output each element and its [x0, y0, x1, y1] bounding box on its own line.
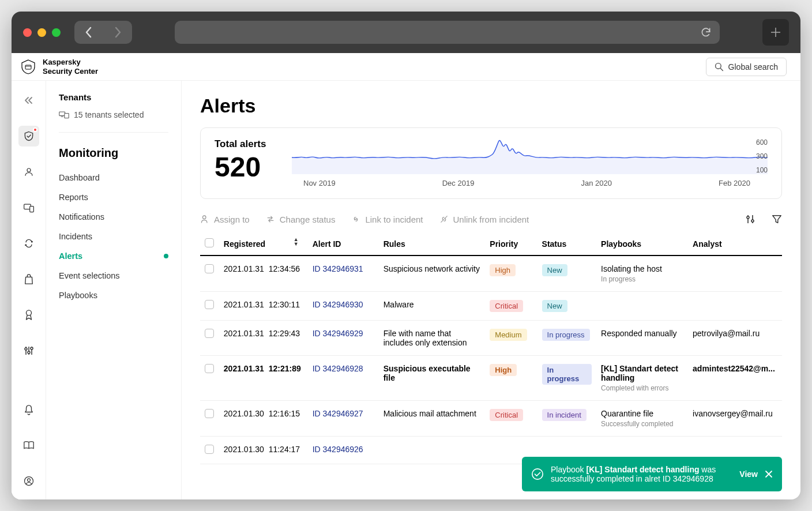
- change-status-button[interactable]: Change status: [266, 215, 336, 224]
- minimize-window-button[interactable]: [37, 28, 46, 37]
- svg-line-3: [720, 68, 723, 70]
- collapse-sidebar-button[interactable]: [18, 90, 39, 111]
- status-badge: In incident: [542, 409, 587, 421]
- row-checkbox[interactable]: [205, 364, 214, 373]
- assign-to-button[interactable]: Assign to: [200, 215, 250, 224]
- nav-item-event-selections[interactable]: Event selections: [59, 266, 168, 285]
- unlink-from-incident-button[interactable]: Unlink from incident: [439, 215, 529, 224]
- alert-id-link[interactable]: ID 342946928: [313, 364, 363, 373]
- maximize-window-button[interactable]: [52, 28, 61, 37]
- icon-rail: [12, 81, 46, 499]
- select-all-checkbox[interactable]: [205, 238, 214, 247]
- success-toast: Playbook [KL] Standart detect handling w…: [522, 457, 782, 491]
- link-to-incident-button[interactable]: Link to incident: [351, 215, 423, 224]
- rail-shield[interactable]: [18, 126, 39, 146]
- cell-registered: 2021.01.30 11:24:17: [219, 437, 308, 464]
- rail-award[interactable]: [18, 305, 39, 325]
- svg-rect-6: [29, 206, 33, 212]
- change-icon: [266, 215, 275, 224]
- table-row[interactable]: 2021.01.31 12:29:43ID 342946929File with…: [200, 321, 782, 356]
- svg-point-24: [747, 216, 749, 219]
- url-bar[interactable]: [175, 21, 720, 44]
- rail-sliders[interactable]: [18, 340, 39, 361]
- nav-item-incidents[interactable]: Incidents: [59, 227, 168, 246]
- svg-point-2: [715, 63, 721, 69]
- rail-user[interactable]: [18, 161, 39, 182]
- toast-text: Playbook [KL] Standart detect handling w…: [551, 465, 732, 483]
- sparkline-chart: [292, 138, 768, 174]
- settings-button[interactable]: [745, 214, 755, 224]
- row-checkbox[interactable]: [205, 264, 214, 273]
- playbook-name: Responded manually: [601, 329, 683, 338]
- table-toolbar: Assign to Change status Link to incident…: [200, 214, 782, 224]
- brand-text: Kaspersky Security Center: [43, 58, 98, 76]
- row-checkbox[interactable]: [205, 329, 214, 338]
- nav-item-playbooks[interactable]: Playbooks: [59, 285, 168, 305]
- toast-close-button[interactable]: [765, 470, 773, 478]
- priority-badge: Critical: [490, 300, 523, 312]
- row-checkbox[interactable]: [205, 300, 214, 309]
- award-icon: [24, 309, 34, 321]
- table-row[interactable]: 2021.01.30 12:16:15ID 342946927Malicious…: [200, 401, 782, 437]
- col-alert-id[interactable]: Alert ID: [308, 232, 379, 256]
- svg-point-11: [25, 348, 27, 350]
- rail-bell[interactable]: [18, 399, 39, 420]
- cell-analyst: ivanovsergey@mail.ru: [688, 401, 782, 437]
- row-checkbox[interactable]: [205, 445, 214, 454]
- rail-loop[interactable]: [18, 233, 39, 254]
- rail-account[interactable]: [18, 471, 39, 491]
- forward-button[interactable]: [103, 21, 132, 44]
- alert-id-link[interactable]: ID 342946927: [313, 409, 363, 418]
- alerts-table: Registered▲▼ Alert ID Rules Priority Sta…: [200, 232, 782, 464]
- cell-analyst: [688, 292, 782, 321]
- alert-id-link[interactable]: ID 342946931: [313, 264, 363, 273]
- nav-item-notifications[interactable]: Notifications: [59, 207, 168, 227]
- col-playbooks[interactable]: Playbooks: [596, 232, 688, 256]
- global-search-button[interactable]: Global search: [706, 58, 787, 76]
- rail-bag[interactable]: [18, 269, 39, 290]
- tenants-selected-row[interactable]: 15 tenants selected: [59, 110, 168, 133]
- col-priority[interactable]: Priority: [485, 232, 537, 256]
- alert-id-link[interactable]: ID 342946926: [313, 445, 363, 454]
- svg-rect-20: [65, 114, 69, 118]
- total-column: Total alerts 520: [215, 138, 278, 181]
- nav-item-reports[interactable]: Reports: [59, 187, 168, 207]
- filter-button[interactable]: [772, 214, 782, 224]
- chevron-right-icon: [114, 27, 122, 38]
- loop-icon: [23, 238, 35, 249]
- back-button[interactable]: [74, 21, 103, 44]
- cell-registered: 2021.01.31 12:34:56: [219, 256, 308, 292]
- brand-line2: Security Center: [43, 67, 98, 76]
- nav-item-alerts[interactable]: Alerts: [59, 246, 168, 266]
- alert-id-link[interactable]: ID 342946929: [313, 329, 363, 338]
- cell-registered: 2021.01.31 12:30:11: [219, 292, 308, 321]
- svg-point-17: [27, 479, 30, 482]
- table-row[interactable]: 2021.01.31 12:34:56ID 342946931Suspiciou…: [200, 256, 782, 292]
- browser-chrome: [12, 12, 800, 53]
- chart-x-ticks: Nov 2019 Dec 2019 Jan 2020 Feb 2020: [292, 174, 768, 187]
- row-checkbox[interactable]: [205, 409, 214, 418]
- alert-id-link[interactable]: ID 342946930: [313, 300, 363, 309]
- table-row[interactable]: 2021.01.31 12:21:89ID 342946928Suspiciou…: [200, 356, 782, 401]
- app-header: Kaspersky Security Center Global search: [12, 53, 800, 81]
- col-status[interactable]: Status: [537, 232, 597, 256]
- col-analyst[interactable]: Analyst: [688, 232, 782, 256]
- rail-devices[interactable]: [18, 197, 39, 218]
- new-tab-button[interactable]: [762, 19, 789, 46]
- svg-point-4: [27, 168, 31, 172]
- nav-buttons: [74, 21, 132, 44]
- reload-icon[interactable]: [700, 27, 712, 38]
- cell-rule: [379, 437, 486, 464]
- priority-badge: Critical: [490, 409, 523, 421]
- account-icon: [23, 475, 35, 487]
- close-window-button[interactable]: [23, 28, 32, 37]
- shield-icon: [23, 130, 35, 142]
- table-row[interactable]: 2021.01.31 12:30:11ID 342946930MalwareCr…: [200, 292, 782, 321]
- col-rules[interactable]: Rules: [379, 232, 486, 256]
- svg-point-26: [751, 220, 754, 222]
- col-registered[interactable]: Registered▲▼: [219, 232, 308, 256]
- toast-view-button[interactable]: View: [739, 469, 758, 479]
- rail-book[interactable]: [18, 435, 39, 456]
- tenants-icon: [59, 111, 69, 119]
- nav-item-dashboard[interactable]: Dashboard: [59, 168, 168, 187]
